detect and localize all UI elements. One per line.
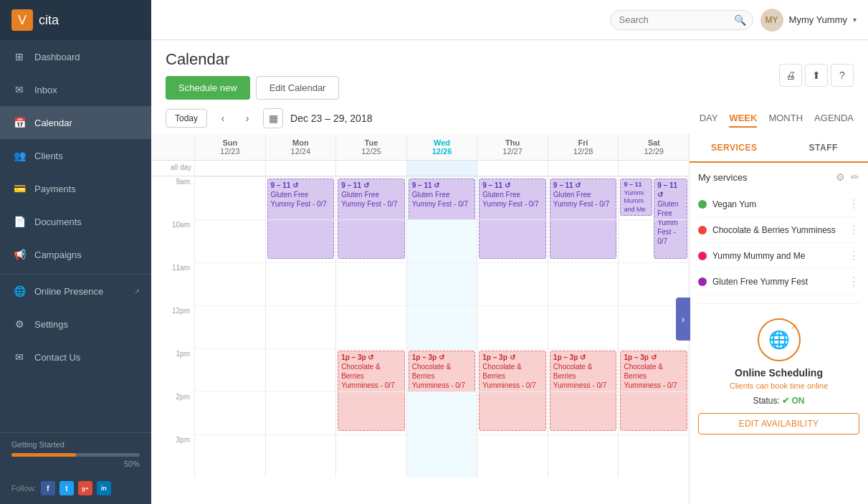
right-panel: SERVICES STAFF My services ⚙ ✏ bbox=[689, 134, 868, 504]
time-cell-wed-1: 1p – 3p ↺Chocolate & Berries Yumminess -… bbox=[406, 348, 477, 391]
date-range: Dec 23 – 29, 2018 bbox=[290, 113, 372, 124]
day-header-mon: Mon12/24 bbox=[265, 134, 336, 160]
time-cell-fri-11 bbox=[548, 262, 619, 305]
sidebar-item-calendar[interactable]: 📅 Calendar bbox=[0, 106, 151, 139]
time-rows: 9am 9 – 11 ↺Gluten Free Yummy Fest - 0/7… bbox=[151, 176, 689, 477]
user-name: Mymy Yummy bbox=[789, 14, 847, 25]
my-services-label: My services bbox=[698, 172, 748, 183]
sidebar-item-dashboard[interactable]: ⊞ Dashboard bbox=[0, 40, 151, 73]
time-cell-mon-3 bbox=[265, 434, 336, 477]
print-icon[interactable]: 🖨 bbox=[779, 64, 802, 87]
service-more-icon[interactable]: ⋮ bbox=[848, 223, 859, 237]
twitter-icon[interactable]: t bbox=[59, 481, 74, 495]
contact-us-icon: ✉ bbox=[11, 349, 27, 365]
prev-week-button[interactable]: ‹ bbox=[214, 110, 232, 127]
day-header-fri: Fri12/28 bbox=[548, 134, 619, 160]
time-cell-wed-3 bbox=[406, 434, 477, 477]
tab-month[interactable]: MONTH bbox=[768, 110, 803, 128]
status-value: ON bbox=[792, 396, 805, 406]
sidebar-item-settings[interactable]: ⚙ Settings bbox=[0, 308, 151, 341]
edit-calendar-button[interactable]: Edit Calendar bbox=[256, 76, 340, 100]
date-picker-icon[interactable]: ▦ bbox=[263, 108, 283, 128]
sidebar-item-contact-us[interactable]: ✉ Contact Us bbox=[0, 341, 151, 374]
facebook-icon[interactable]: f bbox=[41, 481, 55, 495]
all-day-cell-mon bbox=[265, 161, 336, 176]
sidebar-item-documents[interactable]: 📄 Documents bbox=[0, 205, 151, 238]
tab-services[interactable]: SERVICES bbox=[690, 134, 779, 163]
sidebar: V cita ⊞ Dashboard ✉ Inbox 📅 Calendar 👥 … bbox=[0, 0, 151, 504]
service-dot-choc-berries bbox=[698, 226, 707, 234]
services-edit-icon[interactable]: ✏ bbox=[851, 171, 859, 183]
event-yummy-mummy-sat[interactable]: 9 – 11Yummi Mumm and Me - 0/5 bbox=[620, 179, 652, 216]
time-cell-sat-10 bbox=[618, 219, 689, 262]
time-cell-thu-2 bbox=[477, 391, 548, 434]
tab-agenda[interactable]: AGENDA bbox=[814, 110, 854, 128]
progress-bar bbox=[11, 453, 140, 457]
time-cell-sun-10 bbox=[194, 219, 265, 262]
time-label-1pm: 1pm bbox=[151, 348, 194, 391]
time-cell-mon-11 bbox=[265, 262, 336, 305]
next-week-button[interactable]: › bbox=[239, 110, 256, 127]
inbox-icon: ✉ bbox=[11, 82, 27, 98]
service-item-choc-berries[interactable]: Chocolate & Berries Yumminess ⋮ bbox=[698, 217, 859, 243]
external-link-icon: ↗ bbox=[134, 287, 140, 295]
time-cell-thu-9: 9 – 11 ↺Gluten Free Yummy Fest - 0/7 bbox=[477, 176, 548, 219]
progress-fill bbox=[11, 453, 76, 457]
panel-toggle-button[interactable]: › bbox=[676, 298, 690, 341]
all-day-cell-fri bbox=[548, 161, 619, 176]
dashboard-icon: ⊞ bbox=[11, 49, 27, 65]
time-cell-wed-12 bbox=[406, 305, 477, 348]
google-plus-icon[interactable]: g+ bbox=[78, 481, 92, 495]
sidebar-item-payments[interactable]: 💳 Payments bbox=[0, 172, 151, 205]
user-info[interactable]: MY Mymy Yummy ▾ bbox=[760, 9, 857, 32]
time-cell-tue-12 bbox=[335, 305, 406, 348]
share-icon[interactable]: ⬆ bbox=[805, 64, 828, 87]
service-more-icon[interactable]: ⋮ bbox=[848, 249, 859, 262]
schedule-new-button[interactable]: Schedule new bbox=[166, 76, 250, 100]
search-input[interactable] bbox=[619, 14, 734, 25]
sidebar-item-online-presence[interactable]: 🌐 Online Presence ↗ bbox=[0, 275, 151, 308]
sidebar-item-campaigns[interactable]: 📢 Campaigns bbox=[0, 238, 151, 271]
service-more-icon[interactable]: ⋮ bbox=[848, 275, 859, 288]
sidebar-item-inbox[interactable]: ✉ Inbox bbox=[0, 73, 151, 106]
calendar-actions: Schedule new Edit Calendar bbox=[166, 76, 339, 100]
linkedin-icon[interactable]: in bbox=[97, 481, 111, 495]
time-cell-thu-10 bbox=[477, 219, 548, 262]
campaigns-icon: 📢 bbox=[11, 247, 27, 262]
edit-availability-button[interactable]: EDIT AVAILABILITY bbox=[698, 413, 859, 434]
tab-staff[interactable]: STAFF bbox=[779, 134, 869, 161]
calendar-icon: 📅 bbox=[11, 115, 27, 130]
service-name-vegan-yum: Vegan Yum bbox=[712, 199, 756, 209]
service-item-gluten-free[interactable]: Gluten Free Yummy Fest ⋮ bbox=[698, 269, 859, 295]
service-item-yummy-mummy[interactable]: Yummy Mummy and Me ⋮ bbox=[698, 243, 859, 269]
time-cell-wed-2 bbox=[406, 391, 477, 434]
calendar-top-icons: 🖨 ⬆ ? bbox=[779, 64, 854, 87]
calendar-grid-container: Sun12/23 Mon12/24 Tue12/25 Wed12/26 Thu1… bbox=[151, 134, 868, 504]
services-settings-icon[interactable]: ⚙ bbox=[836, 171, 845, 183]
service-more-icon[interactable]: ⋮ bbox=[848, 197, 859, 211]
time-cell-wed-9: 9 – 11 ↺Gluten Free Yummy Fest - 0/7 bbox=[406, 176, 477, 219]
time-label-2pm: 2pm bbox=[151, 391, 194, 434]
sidebar-item-label: Inbox bbox=[34, 85, 57, 95]
time-cell-thu-12 bbox=[477, 305, 548, 348]
today-button[interactable]: Today bbox=[166, 109, 207, 128]
service-dot-yummy-mummy bbox=[698, 252, 707, 260]
sidebar-item-label: Documents bbox=[34, 217, 82, 227]
time-cell-sat-3 bbox=[618, 434, 689, 477]
online-scheduling-title: Online Scheduling bbox=[698, 367, 859, 379]
sidebar-item-label: Campaigns bbox=[34, 249, 82, 260]
nav-items: ⊞ Dashboard ✉ Inbox 📅 Calendar 👥 Clients… bbox=[0, 40, 151, 432]
time-cell-sat-1: 1p – 3p ↺Chocolate & Berries Yumminess -… bbox=[618, 348, 689, 391]
tab-week[interactable]: WEEK bbox=[729, 110, 757, 128]
avatar: MY bbox=[760, 9, 783, 32]
service-item-vegan-yum[interactable]: Vegan Yum ⋮ bbox=[698, 191, 859, 217]
sidebar-item-clients[interactable]: 👥 Clients bbox=[0, 139, 151, 172]
settings-icon: ⚙ bbox=[11, 316, 27, 332]
tab-day[interactable]: DAY bbox=[700, 110, 718, 128]
chevron-down-icon: ▾ bbox=[853, 16, 857, 24]
sidebar-item-label: Clients bbox=[34, 151, 63, 161]
help-icon[interactable]: ? bbox=[831, 64, 854, 87]
day-header-wed: Wed12/26 bbox=[406, 134, 477, 160]
follow-label: Follow: bbox=[11, 484, 37, 493]
online-scheduling-section: 🌐 ↗ Online Scheduling Clients can book t… bbox=[698, 313, 859, 440]
